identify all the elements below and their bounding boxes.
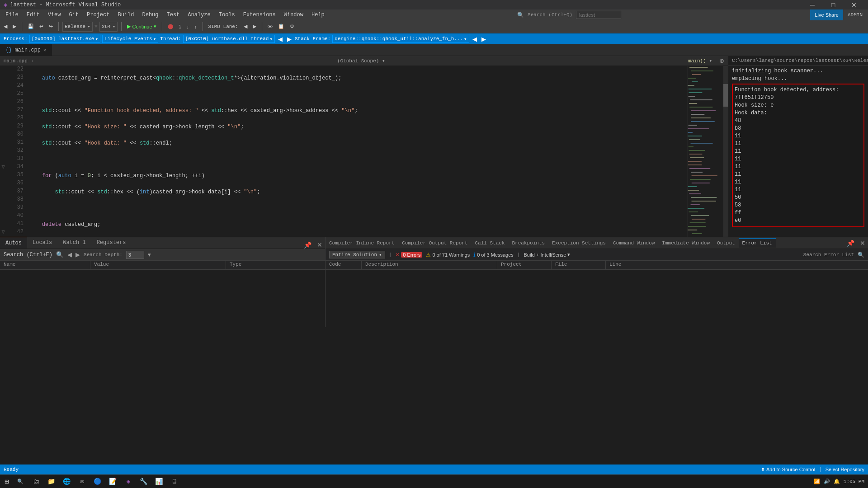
thread-next-btn[interactable]: ▶ — [286, 34, 293, 43]
taskbar-icon-4[interactable]: ✉ — [75, 475, 90, 488]
simd-lane-next-btn[interactable]: ▶ — [251, 21, 258, 32]
search-fwd-btn[interactable]: ▶ — [75, 251, 80, 258]
process-dropdown[interactable]: [0x0090] lasttest.exe ▾ — [29, 35, 100, 43]
stack-frame-dropdown[interactable]: qengine::qhook::qhook_util::analyze_fn_h… — [332, 35, 469, 43]
col-type: Type — [226, 261, 325, 269]
editor-tab-bar: {} main.cpp ✕ — [0, 44, 868, 56]
thread-prev-btn[interactable]: ◀ — [277, 34, 284, 43]
toolbar-back-btn[interactable]: ◀ — [2, 21, 9, 32]
toolbar-undo-btn[interactable]: ↩ — [38, 21, 45, 32]
taskbar-notification-btn[interactable]: 🔔 — [834, 479, 840, 484]
thread-dropdown[interactable]: [0xCC10] ucrtbase.dll thread ▾ — [183, 35, 275, 43]
tab-compiler-output[interactable]: Compiler Output Report — [398, 239, 471, 248]
build-intellisense-filter[interactable]: Build + IntelliSense ▾ — [524, 252, 570, 258]
scope-selector[interactable]: (Global Scope) ▾ — [38, 58, 684, 64]
errors-filter-btn[interactable]: ✕ 0 Errors — [395, 252, 422, 258]
close-button[interactable]: ✕ — [844, 0, 864, 10]
simd-lane-prev-btn[interactable]: ◀ — [242, 21, 249, 32]
tab-call-stack[interactable]: Call Stack — [471, 239, 508, 248]
search-error-list-btn[interactable]: 🔍 — [858, 252, 864, 258]
menu-window[interactable]: Window — [280, 10, 307, 20]
error-panel-close-btn[interactable]: ✕ — [857, 239, 868, 247]
menu-tools[interactable]: Tools — [215, 10, 239, 20]
add-source-control-btn[interactable]: ⬆ Add to Source Control — [761, 467, 815, 473]
taskbar-icon-3[interactable]: 🌐 — [60, 475, 74, 488]
taskbar-icon-8[interactable]: 📊 — [152, 475, 166, 488]
taskbar-search[interactable]: 🔍 — [14, 475, 27, 488]
expand-editor-btn[interactable]: ⊕ — [719, 57, 724, 64]
taskbar-icon-2[interactable]: 📁 — [44, 475, 59, 488]
panel-pin-btn[interactable]: 📌 — [301, 241, 314, 249]
maximize-button[interactable]: □ — [823, 0, 844, 10]
taskbar-icon-9[interactable]: 🖥 — [167, 475, 182, 488]
tab-error-list[interactable]: Error List — [739, 238, 776, 248]
menu-analyze[interactable]: Analyze — [184, 10, 214, 20]
menu-debug[interactable]: Debug — [138, 10, 162, 20]
select-repository-btn[interactable]: Select Repository — [826, 467, 864, 472]
lifecycle-dropdown[interactable]: Lifecycle Events ▾ — [102, 35, 158, 43]
continue-button[interactable]: ▶ Continue ▾ — [125, 21, 158, 32]
search-back-btn[interactable]: ◀ — [67, 251, 72, 258]
toolbar-step-into-btn[interactable]: ↓ — [185, 21, 191, 32]
menu-extensions[interactable]: Extensions — [240, 10, 279, 20]
search-icon-btn[interactable]: 🔍 — [56, 251, 64, 258]
tab-immediate-window[interactable]: Immediate Window — [658, 239, 713, 248]
solution-filter[interactable]: Entire Solution ▾ — [329, 251, 385, 258]
toolbar-save-btn[interactable]: 💾 — [26, 21, 36, 32]
toolbar-step-out-btn[interactable]: ↑ — [193, 21, 199, 32]
tab-output[interactable]: Output — [713, 239, 739, 248]
output-11d: 11 — [735, 155, 862, 163]
menu-edit[interactable]: Edit — [23, 10, 43, 20]
tab-locals[interactable]: Locals — [27, 237, 57, 249]
toolbar-breakpoint-btn[interactable]: ⬤ — [166, 21, 175, 32]
minimize-button[interactable]: ─ — [802, 0, 823, 10]
toolbar-autos-btn[interactable]: ⚙ — [288, 21, 296, 32]
tab-autos[interactable]: Autos — [0, 237, 27, 249]
warnings-filter-btn[interactable]: ⚠ 0 of 71 Warnings — [426, 252, 470, 258]
tab-registers[interactable]: Registers — [91, 237, 132, 249]
title-search-input[interactable] — [576, 11, 621, 19]
menu-file[interactable]: File — [2, 10, 22, 20]
menu-help[interactable]: Help — [308, 10, 328, 20]
live-share-button[interactable]: Live Share — [810, 9, 843, 20]
search-depth-btn[interactable]: ▾ — [148, 251, 151, 258]
tab-main-cpp[interactable]: {} main.cpp ✕ — [0, 44, 52, 56]
menu-build[interactable]: Build — [114, 10, 137, 20]
toolbar-forward-btn[interactable]: ▶ — [11, 21, 18, 32]
taskbar-icon-5[interactable]: 🔵 — [90, 475, 105, 488]
menu-git[interactable]: Git — [65, 10, 82, 20]
toolbar-watch-btn[interactable]: 👁 — [266, 21, 274, 32]
code-line-29: std::cout << std::hex << (int)casted_arg… — [29, 188, 685, 196]
toolbar-step-over-btn[interactable]: ⤵ — [177, 21, 183, 32]
scrollbar-thumb[interactable] — [723, 84, 728, 107]
panel-close-btn[interactable]: ✕ — [314, 241, 325, 249]
tab-exception-settings[interactable]: Exception Settings — [548, 239, 609, 248]
toolbar-locals-btn[interactable]: 📋 — [276, 21, 286, 32]
stack-frame-next-btn[interactable]: ▶ — [480, 34, 487, 43]
search-depth-input[interactable] — [126, 251, 144, 259]
error-panel-pin-btn[interactable]: 📌 — [844, 239, 857, 247]
tab-command-window[interactable]: Command Window — [609, 239, 658, 248]
tab-compiler-inline[interactable]: Compiler Inline Report — [326, 239, 398, 248]
tab-breakpoints[interactable]: Breakpoints — [508, 239, 548, 248]
vertical-scrollbar[interactable] — [723, 66, 728, 240]
toolbar-redo-btn[interactable]: ↪ — [47, 21, 55, 32]
platform-dropdown[interactable]: x64 ▾ — [99, 22, 118, 32]
taskbar-icon-6[interactable]: 📝 — [106, 475, 120, 488]
tab-close-icon[interactable]: ✕ — [43, 47, 46, 53]
func-chevron-icon: ▾ — [709, 58, 712, 64]
messages-filter-btn[interactable]: ℹ 0 of 3 Messages — [473, 252, 514, 258]
taskbar-icon-7[interactable]: 🔧 — [137, 475, 151, 488]
function-selector[interactable]: main() ▾ — [688, 58, 712, 64]
release-dropdown[interactable]: Release ▾ — [62, 22, 93, 32]
tab-watch1[interactable]: Watch 1 — [57, 237, 91, 249]
error-list-panel: Compiler Inline Report Compiler Output R… — [326, 237, 868, 327]
taskbar-icon-1[interactable]: 🗂 — [29, 475, 43, 488]
menu-test[interactable]: Test — [163, 10, 184, 20]
start-button[interactable]: ⊞ — [0, 475, 14, 488]
menu-view[interactable]: View — [44, 10, 65, 20]
stack-frame-prev-btn[interactable]: ◀ — [471, 34, 478, 43]
code-content[interactable]: 22 23 24 25 26 27 28 29 30 31 32 33 ▽34 … — [0, 66, 728, 240]
menu-project[interactable]: Project — [83, 10, 113, 20]
taskbar-icon-vs[interactable]: ◈ — [121, 475, 136, 488]
